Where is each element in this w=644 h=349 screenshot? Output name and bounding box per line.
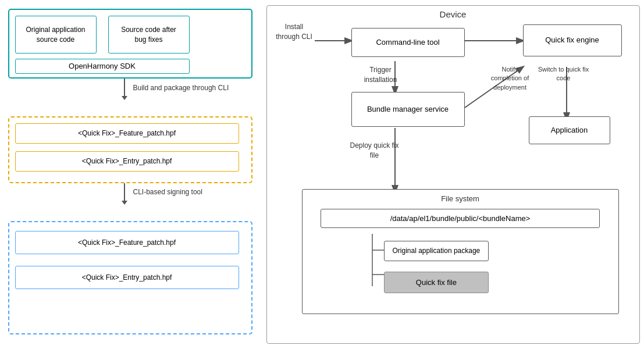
bundle-manager-box: Bundle manager service	[351, 92, 465, 127]
build-text: Build and package through CLI	[133, 84, 229, 92]
install-label: Install through CLI	[274, 22, 315, 42]
quick-fix-engine-label: Quick fix engine	[545, 35, 599, 45]
signing-text: CLI-based signing tool	[133, 188, 202, 196]
tree-svg	[361, 234, 384, 292]
application-box: Application	[529, 116, 610, 144]
tree-section: Original application package Quick fix f…	[361, 234, 618, 293]
signing-arrow	[122, 183, 127, 205]
switch-label: Switch to quick fix code	[538, 65, 590, 83]
deploy-text: Deploy quick fix file	[350, 141, 399, 159]
notify-label: Notify completion of deployment	[487, 65, 533, 92]
sdk-label: OpenHarmony SDK	[69, 61, 136, 72]
quick-fix-file-box: Quick fix file	[384, 272, 489, 293]
filesystem-label: File system	[303, 190, 618, 205]
build-arrow	[122, 79, 127, 100]
entry-patch-2-box: <Quick Fix>_Entry_patch.hpf	[15, 266, 239, 289]
right-inner: Install through CLI	[273, 12, 634, 326]
cmd-tool-label: Command-line tool	[376, 37, 439, 48]
entry-patch-1-label: <Quick Fix>_Entry_patch.hpf	[82, 156, 172, 166]
trigger-label: Trigger installation	[359, 65, 403, 85]
left-panel: Original application source code Source …	[2, 3, 264, 346]
feature-patch-2-box: <Quick Fix>_Feature_patch.hpf	[15, 231, 239, 254]
original-source-box: Original application source code	[15, 16, 97, 54]
left-inner: Original application source code Source …	[8, 9, 264, 346]
quick-fix-engine-box: Quick fix engine	[523, 24, 622, 56]
teal-container: Original application source code Source …	[8, 9, 252, 79]
original-source-label: Original application source code	[22, 25, 90, 45]
filesystem-container: File system /data/ap/el1/bundle/public/<…	[302, 189, 619, 314]
orig-pkg-box: Original application package	[384, 241, 489, 261]
yellow-dashed-container: <Quick Fix>_Feature_patch.hpf <Quick Fix…	[8, 116, 252, 183]
entry-patch-2-label: <Quick Fix>_Entry_patch.hpf	[82, 273, 172, 283]
trigger-text: Trigger installation	[364, 66, 397, 84]
entry-patch-1-box: <Quick Fix>_Entry_patch.hpf	[15, 151, 239, 172]
feature-patch-1-box: <Quick Fix>_Feature_patch.hpf	[15, 123, 239, 144]
path-label: /data/ap/el1/bundle/public/<bundleName>	[390, 214, 531, 223]
bundle-manager-label: Bundle manager service	[367, 104, 449, 115]
path-box: /data/ap/el1/bundle/public/<bundleName>	[321, 209, 600, 228]
signing-label: CLI-based signing tool	[133, 188, 202, 196]
source-fixes-box: Source code after bug fixes	[108, 16, 190, 54]
build-label: Build and package through CLI	[133, 83, 229, 93]
application-label: Application	[551, 125, 588, 136]
source-fixes-label: Source code after bug fixes	[115, 25, 183, 45]
install-text: Install through CLI	[276, 23, 312, 41]
feature-patch-2-label: <Quick Fix>_Feature_patch.hpf	[78, 238, 176, 248]
quick-fix-file-label: Quick fix file	[416, 278, 457, 287]
feature-patch-1-label: <Quick Fix>_Feature_patch.hpf	[78, 129, 176, 138]
right-panel: Device Install through CLI	[266, 5, 640, 344]
tree-boxes: Original application package Quick fix f…	[384, 241, 489, 293]
cmd-tool-box: Command-line tool	[351, 28, 465, 57]
deploy-label: Deploy quick fix file	[348, 141, 401, 161]
blue-dashed-container: <Quick Fix>_Feature_patch.hpf <Quick Fix…	[8, 221, 252, 334]
switch-text: Switch to quick fix code	[538, 66, 589, 81]
notify-text: Notify completion of deployment	[491, 66, 529, 91]
orig-pkg-label: Original application package	[393, 247, 481, 255]
diagram: Original application source code Source …	[2, 3, 642, 346]
sdk-box: OpenHarmony SDK	[15, 59, 190, 74]
